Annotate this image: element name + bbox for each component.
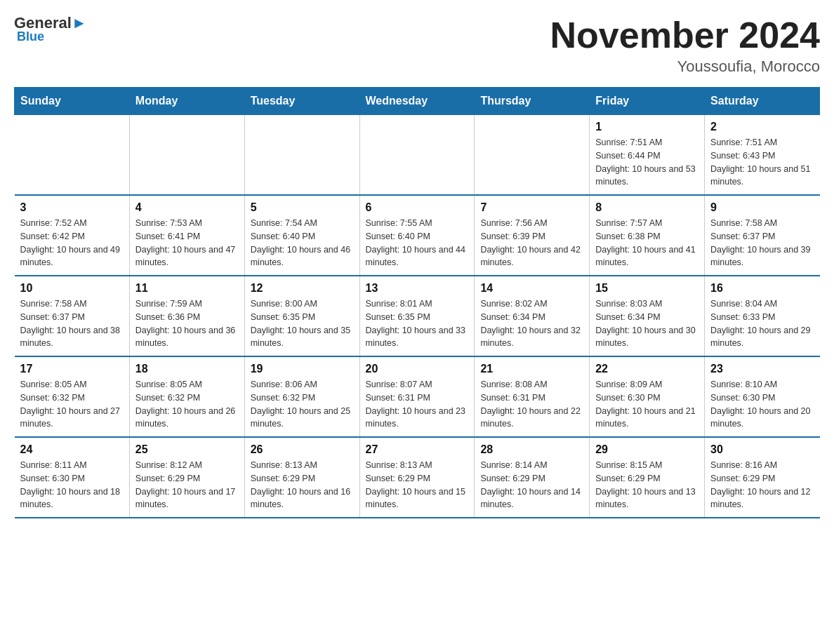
day-info: Sunrise: 8:00 AMSunset: 6:35 PMDaylight:…: [251, 297, 354, 350]
calendar-week-3: 10Sunrise: 7:58 AMSunset: 6:37 PMDayligh…: [15, 276, 820, 356]
calendar-cell: [129, 115, 244, 196]
day-number: 23: [710, 363, 814, 375]
day-info: Sunrise: 8:04 AMSunset: 6:33 PMDaylight:…: [710, 297, 814, 350]
calendar-cell: 2Sunrise: 7:51 AMSunset: 6:43 PMDaylight…: [705, 115, 820, 196]
day-number: 3: [20, 201, 124, 214]
day-info: Sunrise: 8:08 AMSunset: 6:31 PMDaylight:…: [480, 378, 583, 431]
day-number: 17: [20, 363, 124, 375]
day-info: Sunrise: 7:52 AMSunset: 6:42 PMDaylight:…: [20, 217, 124, 269]
calendar-cell: 6Sunrise: 7:55 AMSunset: 6:40 PMDaylight…: [359, 195, 475, 276]
day-info: Sunrise: 7:55 AMSunset: 6:40 PMDaylight:…: [366, 217, 469, 269]
calendar-cell: [15, 115, 130, 196]
day-number: 16: [710, 282, 814, 295]
calendar-week-2: 3Sunrise: 7:52 AMSunset: 6:42 PMDaylight…: [15, 195, 820, 276]
day-info: Sunrise: 8:13 AMSunset: 6:29 PMDaylight:…: [251, 459, 354, 511]
day-number: 15: [595, 282, 699, 295]
page-header: General ► Blue November 2024 Youssoufia,…: [14, 14, 820, 76]
calendar-week-1: 1Sunrise: 7:51 AMSunset: 6:44 PMDaylight…: [15, 115, 820, 196]
day-header-thursday: Thursday: [475, 88, 590, 115]
day-header-friday: Friday: [590, 88, 705, 115]
calendar-week-5: 24Sunrise: 8:11 AMSunset: 6:30 PMDayligh…: [15, 437, 820, 518]
day-number: 6: [366, 201, 469, 214]
calendar-cell: 9Sunrise: 7:58 AMSunset: 6:37 PMDaylight…: [705, 195, 820, 276]
day-number: 24: [20, 443, 124, 456]
calendar-cell: 10Sunrise: 7:58 AMSunset: 6:37 PMDayligh…: [15, 276, 130, 356]
day-info: Sunrise: 7:53 AMSunset: 6:41 PMDaylight:…: [135, 217, 239, 269]
day-number: 21: [480, 363, 583, 375]
day-info: Sunrise: 7:51 AMSunset: 6:43 PMDaylight:…: [710, 136, 814, 189]
day-number: 19: [251, 363, 354, 375]
day-header-tuesday: Tuesday: [244, 88, 359, 115]
month-title: November 2024: [550, 14, 820, 56]
day-number: 14: [480, 282, 583, 295]
day-number: 4: [135, 201, 239, 214]
calendar-cell: 15Sunrise: 8:03 AMSunset: 6:34 PMDayligh…: [590, 276, 705, 356]
calendar-cell: 28Sunrise: 8:14 AMSunset: 6:29 PMDayligh…: [475, 437, 590, 518]
day-info: Sunrise: 8:14 AMSunset: 6:29 PMDaylight:…: [480, 459, 583, 511]
calendar-cell: 25Sunrise: 8:12 AMSunset: 6:29 PMDayligh…: [129, 437, 244, 518]
day-info: Sunrise: 7:54 AMSunset: 6:40 PMDaylight:…: [251, 217, 354, 269]
day-info: Sunrise: 8:03 AMSunset: 6:34 PMDaylight:…: [595, 297, 699, 350]
day-info: Sunrise: 8:02 AMSunset: 6:34 PMDaylight:…: [480, 297, 583, 350]
day-number: 30: [710, 443, 814, 456]
location-title: Youssoufia, Morocco: [550, 58, 820, 76]
day-number: 2: [710, 121, 814, 133]
calendar-cell: 26Sunrise: 8:13 AMSunset: 6:29 PMDayligh…: [244, 437, 359, 518]
day-info: Sunrise: 7:59 AMSunset: 6:36 PMDaylight:…: [135, 297, 239, 350]
calendar-cell: 24Sunrise: 8:11 AMSunset: 6:30 PMDayligh…: [15, 437, 130, 518]
day-header-monday: Monday: [129, 88, 244, 115]
day-info: Sunrise: 8:10 AMSunset: 6:30 PMDaylight:…: [710, 378, 814, 431]
calendar-cell: 14Sunrise: 8:02 AMSunset: 6:34 PMDayligh…: [475, 276, 590, 356]
day-info: Sunrise: 7:57 AMSunset: 6:38 PMDaylight:…: [595, 217, 699, 269]
day-number: 26: [251, 443, 354, 456]
day-info: Sunrise: 8:12 AMSunset: 6:29 PMDaylight:…: [135, 459, 239, 511]
calendar-cell: 19Sunrise: 8:06 AMSunset: 6:32 PMDayligh…: [244, 356, 359, 437]
calendar-cell: 8Sunrise: 7:57 AMSunset: 6:38 PMDaylight…: [590, 195, 705, 276]
day-number: 10: [20, 282, 124, 295]
day-number: 22: [595, 363, 699, 375]
logo: General ► Blue: [14, 14, 87, 44]
day-info: Sunrise: 8:11 AMSunset: 6:30 PMDaylight:…: [20, 459, 124, 511]
calendar-table: SundayMondayTuesdayWednesdayThursdayFrid…: [14, 87, 820, 518]
day-info: Sunrise: 8:06 AMSunset: 6:32 PMDaylight:…: [251, 378, 354, 431]
day-header-wednesday: Wednesday: [359, 88, 475, 115]
calendar-cell: 7Sunrise: 7:56 AMSunset: 6:39 PMDaylight…: [475, 195, 590, 276]
day-header-saturday: Saturday: [705, 88, 820, 115]
day-info: Sunrise: 7:56 AMSunset: 6:39 PMDaylight:…: [480, 217, 583, 269]
calendar-cell: 23Sunrise: 8:10 AMSunset: 6:30 PMDayligh…: [705, 356, 820, 437]
day-info: Sunrise: 8:15 AMSunset: 6:29 PMDaylight:…: [595, 459, 699, 511]
day-info: Sunrise: 8:05 AMSunset: 6:32 PMDaylight:…: [20, 378, 124, 431]
day-info: Sunrise: 8:16 AMSunset: 6:29 PMDaylight:…: [710, 459, 814, 511]
calendar-cell: 16Sunrise: 8:04 AMSunset: 6:33 PMDayligh…: [705, 276, 820, 356]
day-header-sunday: Sunday: [15, 88, 130, 115]
calendar-cell: 18Sunrise: 8:05 AMSunset: 6:32 PMDayligh…: [129, 356, 244, 437]
calendar-cell: 17Sunrise: 8:05 AMSunset: 6:32 PMDayligh…: [15, 356, 130, 437]
day-info: Sunrise: 8:05 AMSunset: 6:32 PMDaylight:…: [135, 378, 239, 431]
calendar-cell: 30Sunrise: 8:16 AMSunset: 6:29 PMDayligh…: [705, 437, 820, 518]
calendar-cell: 4Sunrise: 7:53 AMSunset: 6:41 PMDaylight…: [129, 195, 244, 276]
calendar-cell: 5Sunrise: 7:54 AMSunset: 6:40 PMDaylight…: [244, 195, 359, 276]
day-number: 13: [366, 282, 469, 295]
day-info: Sunrise: 7:58 AMSunset: 6:37 PMDaylight:…: [20, 297, 124, 350]
calendar-cell: 21Sunrise: 8:08 AMSunset: 6:31 PMDayligh…: [475, 356, 590, 437]
logo-blue-word: Blue: [14, 29, 44, 44]
day-number: 9: [710, 201, 814, 214]
calendar-cell: [475, 115, 590, 196]
day-info: Sunrise: 8:01 AMSunset: 6:35 PMDaylight:…: [366, 297, 469, 350]
calendar-header-row: SundayMondayTuesdayWednesdayThursdayFrid…: [15, 88, 820, 115]
day-number: 11: [135, 282, 239, 295]
calendar-cell: 22Sunrise: 8:09 AMSunset: 6:30 PMDayligh…: [590, 356, 705, 437]
day-info: Sunrise: 7:51 AMSunset: 6:44 PMDaylight:…: [595, 136, 699, 189]
day-number: 7: [480, 201, 583, 214]
day-info: Sunrise: 8:13 AMSunset: 6:29 PMDaylight:…: [366, 459, 469, 511]
calendar-cell: [359, 115, 475, 196]
logo-blue-text: ►: [72, 14, 87, 32]
calendar-cell: 3Sunrise: 7:52 AMSunset: 6:42 PMDaylight…: [15, 195, 130, 276]
day-info: Sunrise: 8:09 AMSunset: 6:30 PMDaylight:…: [595, 378, 699, 431]
day-number: 18: [135, 363, 239, 375]
day-info: Sunrise: 7:58 AMSunset: 6:37 PMDaylight:…: [710, 217, 814, 269]
calendar-cell: 20Sunrise: 8:07 AMSunset: 6:31 PMDayligh…: [359, 356, 475, 437]
calendar-cell: 11Sunrise: 7:59 AMSunset: 6:36 PMDayligh…: [129, 276, 244, 356]
day-number: 28: [480, 443, 583, 456]
title-block: November 2024 Youssoufia, Morocco: [550, 14, 820, 76]
